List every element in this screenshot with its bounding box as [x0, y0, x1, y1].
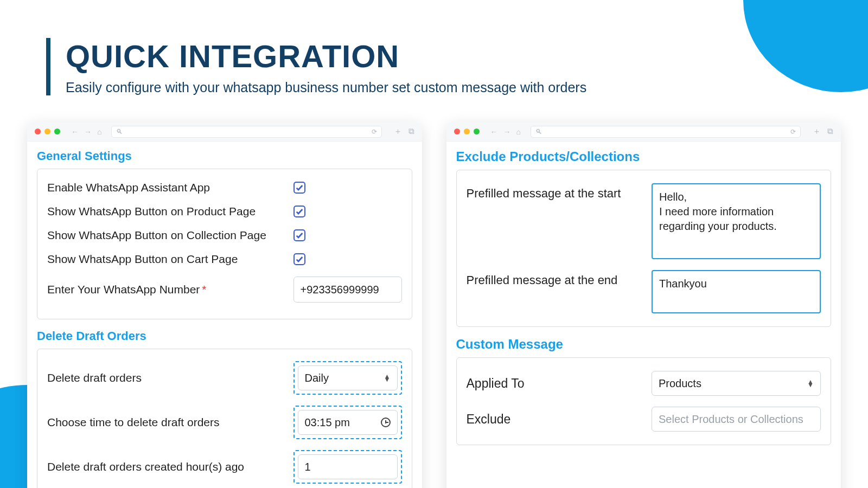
setting-label: Exclude: [467, 412, 641, 427]
checkbox-collection-page[interactable]: [293, 229, 305, 241]
row-prefill-start: Prefilled message at the start: [457, 178, 831, 265]
setting-label: Applied To: [467, 376, 641, 391]
setting-row-enable-app: Enable WhatsApp Assistant App: [37, 176, 412, 200]
row-prefill-end: Prefilled message at the end: [457, 265, 831, 319]
delete-hours-input[interactable]: [298, 454, 398, 479]
window-chrome: ← → ⌂ 🔍︎ ⟳ ＋ ⧉: [446, 122, 841, 142]
settings-window-left: ← → ⌂ 🔍︎ ⟳ ＋ ⧉ General Settings Enable W…: [27, 122, 422, 488]
checkbox-product-page[interactable]: [293, 206, 305, 217]
new-tab-icon: ＋: [813, 126, 821, 137]
copy-icon: ⧉: [827, 126, 833, 137]
window-minimize-icon: [464, 129, 470, 134]
time-value: 03:15 pm: [305, 416, 350, 429]
prefill-end-textarea[interactable]: [652, 270, 821, 313]
reload-icon: ⟳: [372, 128, 377, 136]
select-carets-icon: ▲▼: [807, 380, 814, 387]
prefill-start-textarea[interactable]: [652, 183, 821, 259]
row-exclude: Exclude Select Products or Collections: [457, 401, 831, 437]
window-close-icon: [454, 129, 460, 134]
delete-drafts-card: Delete draft orders Daily ▲▼ Choose time…: [37, 349, 412, 488]
nav-back-icon: ←: [71, 127, 79, 136]
window-maximize-icon: [474, 129, 480, 134]
new-tab-icon: ＋: [394, 126, 402, 137]
hero: QUICK INTEGRATION Easily configure with …: [46, 38, 586, 95]
section-title-general: General Settings: [37, 149, 412, 163]
setting-label: Show WhatsApp Button on Collection Page: [47, 229, 266, 242]
delete-time-input[interactable]: 03:15 pm: [298, 410, 398, 435]
setting-label: Prefilled message at the end: [467, 270, 641, 287]
custom-message-card: Applied To Products ▲▼ Exclude Select Pr…: [456, 357, 832, 445]
setting-row-collection-page: Show WhatsApp Button on Collection Page: [37, 223, 412, 247]
copy-icon: ⧉: [409, 126, 414, 137]
row-applied-to: Applied To Products ▲▼: [457, 365, 831, 401]
reload-icon: ⟳: [790, 128, 796, 136]
exclude-card: Prefilled message at the start Prefilled…: [456, 170, 832, 327]
clock-icon: [381, 418, 391, 427]
whatsapp-number-input[interactable]: [293, 277, 402, 303]
setting-row-cart-page: Show WhatsApp Button on Cart Page: [37, 247, 412, 271]
nav-home-icon: ⌂: [516, 127, 521, 136]
window-close-icon: [35, 129, 41, 134]
window-chrome: ← → ⌂ 🔍︎ ⟳ ＋ ⧉: [27, 122, 422, 142]
nav-forward-icon: →: [503, 127, 511, 136]
nav-back-icon: ←: [490, 127, 498, 136]
setting-label: Delete draft orders created hour(s) ago: [47, 460, 244, 473]
setting-row-whatsapp-number: Enter Your WhatsApp Number*: [37, 271, 412, 308]
select-value: Products: [659, 377, 701, 390]
row-delete-time: Choose time to delete draft orders 03:15…: [37, 400, 412, 445]
nav-home-icon: ⌂: [97, 127, 101, 136]
delete-frequency-select[interactable]: Daily ▲▼: [298, 365, 398, 390]
general-settings-card: Enable WhatsApp Assistant App Show Whats…: [37, 169, 412, 319]
section-title-delete-drafts: Delete Draft Orders: [37, 329, 412, 343]
select-placeholder: Select Products or Collections: [659, 413, 803, 426]
nav-forward-icon: →: [84, 127, 92, 136]
window-minimize-icon: [44, 129, 50, 134]
section-title-custom-message: Custom Message: [456, 337, 832, 352]
row-delete-frequency: Delete draft orders Daily ▲▼: [37, 356, 412, 400]
checkbox-enable-app[interactable]: [293, 182, 305, 194]
setting-label: Choose time to delete draft orders: [47, 416, 220, 429]
setting-row-product-page: Show WhatsApp Button on Product Page: [37, 200, 412, 223]
setting-label: Enter Your WhatsApp Number*: [47, 283, 207, 296]
applied-to-select[interactable]: Products ▲▼: [652, 371, 821, 396]
settings-window-right: ← → ⌂ 🔍︎ ⟳ ＋ ⧉ Exclude Products/Collecti…: [446, 122, 841, 488]
page-subtitle: Easily configure with your whatsapp busi…: [66, 80, 586, 95]
search-icon: 🔍︎: [116, 128, 123, 136]
section-title-exclude: Exclude Products/Collections: [456, 149, 832, 164]
select-value: Daily: [305, 372, 329, 384]
window-maximize-icon: [54, 129, 60, 134]
address-bar[interactable]: 🔍︎ ⟳: [111, 126, 381, 138]
address-bar[interactable]: 🔍︎ ⟳: [531, 126, 801, 138]
decorative-blob-top-right: [743, 0, 868, 92]
page-title: QUICK INTEGRATION: [66, 38, 586, 74]
setting-label: Show WhatsApp Button on Cart Page: [47, 253, 238, 266]
setting-label: Prefilled message at the start: [467, 183, 641, 201]
search-icon: 🔍︎: [535, 128, 542, 136]
setting-label: Enable WhatsApp Assistant App: [47, 181, 210, 194]
select-carets-icon: ▲▼: [384, 375, 391, 381]
exclude-select[interactable]: Select Products or Collections: [652, 407, 821, 432]
row-delete-hours-ago: Delete draft orders created hour(s) ago: [37, 445, 412, 488]
checkbox-cart-page[interactable]: [293, 253, 305, 265]
setting-label: Delete draft orders: [47, 371, 142, 384]
setting-label: Show WhatsApp Button on Product Page: [47, 205, 256, 218]
